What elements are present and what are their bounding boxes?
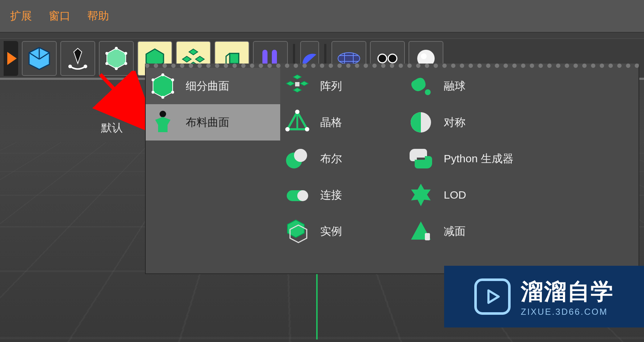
popup-item-reduce[interactable]: 减面	[404, 213, 639, 249]
popup-column-2: 阵列 晶格 布尔 连接 实例	[280, 68, 404, 273]
svg-point-50	[285, 127, 290, 131]
lattice-icon	[283, 108, 311, 137]
toolbar-cube-button[interactable]	[22, 41, 57, 76]
item-label: 阵列	[320, 79, 342, 94]
symmetry-icon	[407, 108, 435, 137]
python-icon	[407, 144, 435, 173]
cloth-icon	[149, 108, 177, 137]
connect-icon	[283, 181, 311, 209]
popup-item-boole[interactable]: 布尔	[280, 141, 404, 177]
item-label: 布料曲面	[186, 115, 229, 130]
svg-rect-60	[425, 233, 430, 240]
toolbar-wireframe-button[interactable]	[99, 41, 134, 76]
popup-column-1: 细分曲面 布料曲面	[146, 68, 280, 273]
item-label: Python 生成器	[444, 151, 514, 166]
svg-point-36	[171, 91, 174, 94]
menu-bar: 扩展 窗口 帮助	[0, 0, 644, 33]
svg-point-48	[295, 110, 299, 114]
item-label: 布尔	[320, 151, 342, 166]
svg-marker-43	[300, 81, 308, 86]
svg-marker-15	[189, 49, 198, 55]
svg-point-10	[124, 62, 127, 65]
item-label: 减面	[444, 224, 466, 239]
axis-y-line	[316, 274, 318, 339]
svg-point-12	[105, 62, 108, 65]
svg-marker-44	[293, 88, 301, 92]
svg-point-49	[305, 127, 309, 131]
watermark-logo-icon	[474, 278, 511, 315]
toolbar-btn-partial[interactable]	[4, 41, 18, 76]
reduce-icon	[407, 217, 435, 245]
svg-point-38	[152, 91, 154, 94]
svg-point-35	[171, 78, 174, 81]
popup-item-lod[interactable]: LOD	[404, 177, 639, 213]
popup-item-lattice[interactable]: 晶格	[280, 104, 404, 141]
popup-item-array[interactable]: 阵列	[280, 68, 404, 104]
menu-help[interactable]: 帮助	[87, 9, 109, 24]
svg-point-57	[425, 89, 431, 95]
item-label: 实例	[320, 224, 342, 239]
generators-popup: 细分曲面 布料曲面 阵列 晶格 布尔	[145, 64, 639, 274]
popup-item-instance[interactable]: 实例	[280, 213, 404, 249]
svg-point-22	[338, 53, 360, 64]
svg-marker-19	[230, 53, 239, 64]
toolbar-pen-button[interactable]	[60, 41, 95, 76]
item-label: 细分曲面	[186, 79, 229, 94]
svg-point-27	[378, 54, 387, 63]
metaball-icon	[407, 72, 435, 100]
svg-point-5	[68, 65, 72, 68]
svg-point-40	[160, 111, 166, 117]
item-label: LOD	[444, 189, 466, 201]
svg-marker-0	[7, 52, 17, 65]
watermark-banner: 溜溜自学 ZIXUE.3D66.COM	[444, 266, 644, 327]
svg-point-28	[388, 54, 397, 63]
popup-item-subdivision[interactable]: 细分曲面	[146, 68, 280, 104]
svg-point-6	[84, 65, 87, 68]
svg-point-37	[161, 96, 164, 99]
svg-marker-17	[196, 56, 204, 62]
watermark-url: ZIXUE.3D66.COM	[521, 307, 608, 317]
popup-item-metaball[interactable]: 融球	[404, 68, 639, 104]
svg-point-30	[421, 53, 427, 59]
lod-icon	[407, 181, 435, 209]
instance-icon	[283, 217, 311, 245]
popup-item-cloth[interactable]: 布料曲面	[146, 104, 280, 141]
svg-point-8	[115, 47, 118, 50]
popup-item-connect[interactable]: 连接	[280, 177, 404, 213]
svg-rect-45	[295, 82, 299, 86]
svg-point-11	[115, 67, 118, 70]
svg-marker-61	[488, 290, 499, 303]
popup-item-symmetry[interactable]: 对称	[404, 104, 639, 141]
watermark-title: 溜溜自学	[521, 276, 614, 307]
svg-marker-41	[293, 75, 301, 79]
item-label: 连接	[320, 188, 342, 203]
svg-marker-42	[286, 81, 294, 86]
svg-point-34	[161, 73, 164, 76]
svg-point-9	[124, 52, 127, 55]
menu-extensions[interactable]: 扩展	[10, 9, 32, 24]
item-label: 融球	[444, 79, 466, 94]
array-obj-icon	[283, 72, 311, 100]
svg-point-54	[297, 190, 308, 201]
subdivision-icon	[149, 72, 177, 100]
svg-point-13	[105, 52, 108, 55]
popup-column-3: 融球 对称 Python 生成器 LOD 减面	[404, 68, 639, 273]
watermark-text: 溜溜自学 ZIXUE.3D66.COM	[521, 276, 614, 317]
svg-marker-7	[107, 48, 126, 69]
viewport-label: 默认	[101, 121, 123, 135]
menu-window[interactable]: 窗口	[49, 9, 71, 24]
item-label: 晶格	[320, 115, 342, 130]
svg-marker-33	[153, 75, 173, 97]
svg-point-39	[152, 78, 154, 81]
svg-marker-16	[182, 56, 191, 62]
boole-icon	[283, 144, 311, 173]
item-label: 对称	[444, 115, 466, 130]
popup-item-python[interactable]: Python 生成器	[404, 141, 639, 177]
svg-point-52	[294, 149, 307, 162]
